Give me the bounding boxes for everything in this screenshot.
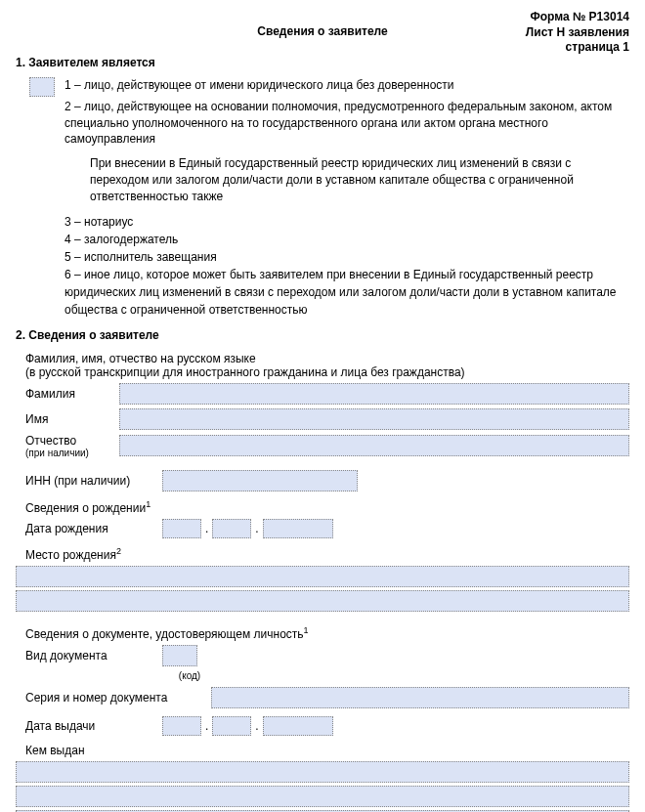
name-sub: (в русской транскрипции для иностранного…	[25, 365, 629, 379]
issue-day-input[interactable]	[162, 716, 201, 736]
birth-date-label: Дата рождения	[25, 522, 162, 535]
doc-type-label: Вид документа	[25, 649, 162, 662]
issue-date-label: Дата выдачи	[25, 719, 162, 733]
footnote-2: 2	[116, 546, 121, 556]
section2-heading: 2. Сведения о заявителе	[16, 328, 629, 342]
birth-month-input[interactable]	[212, 519, 251, 538]
firstname-input[interactable]	[119, 408, 629, 430]
inn-input[interactable]	[162, 470, 358, 491]
surname-label: Фамилия	[25, 387, 119, 401]
birth-place-input-1[interactable]	[16, 566, 629, 587]
birth-place-label: Место рождения	[25, 548, 116, 562]
option-2-text: 2 – лицо, действующее на основании полно…	[64, 99, 629, 148]
option-1-text: 1 – лицо, действующее от имени юридическ…	[64, 77, 629, 94]
issued-by-input-2[interactable]	[16, 786, 629, 807]
issued-by-label: Кем выдан	[25, 744, 629, 757]
option-3-text: 3 – нотариус	[64, 213, 629, 231]
option-5-text: 5 – исполнитель завещания	[64, 248, 629, 266]
option-6-text: 6 – иное лицо, которое может быть заявит…	[64, 266, 629, 319]
page-label: страница 1	[16, 40, 629, 56]
form-number: Форма № Р13014	[16, 10, 629, 25]
birth-year-input[interactable]	[263, 519, 333, 538]
code-hint: (код)	[172, 670, 207, 681]
issued-by-input-1[interactable]	[16, 761, 629, 783]
patronymic-label: Отчество	[25, 434, 119, 448]
doc-serial-input[interactable]	[211, 687, 629, 708]
birth-day-input[interactable]	[162, 519, 201, 538]
patronymic-input[interactable]	[119, 435, 629, 456]
inn-label: ИНН (при наличии)	[25, 474, 162, 488]
option-4-text: 4 – залогодержатель	[64, 231, 629, 248]
footnote-1: 1	[146, 499, 150, 509]
doc-serial-label: Серия и номер документа	[25, 691, 211, 705]
issue-month-input[interactable]	[212, 716, 251, 736]
section1-note: При внесении в Единый государственный ре…	[90, 155, 629, 204]
doc-heading: Сведения о документе, удостоверяющем лич…	[25, 627, 304, 641]
surname-input[interactable]	[119, 383, 629, 405]
firstname-label: Имя	[25, 412, 119, 426]
patronymic-hint: (при наличии)	[25, 448, 119, 458]
footnote-1b: 1	[304, 625, 309, 635]
section1-heading: 1. Заявителем является	[16, 56, 629, 69]
name-intro: Фамилия, имя, отчество на русском языке	[25, 352, 629, 365]
issue-year-input[interactable]	[263, 716, 333, 736]
birth-place-input-2[interactable]	[16, 590, 629, 612]
applicant-type-input[interactable]	[29, 77, 55, 97]
doc-type-input[interactable]	[162, 645, 197, 666]
birth-heading: Сведения о рождении	[25, 501, 146, 515]
